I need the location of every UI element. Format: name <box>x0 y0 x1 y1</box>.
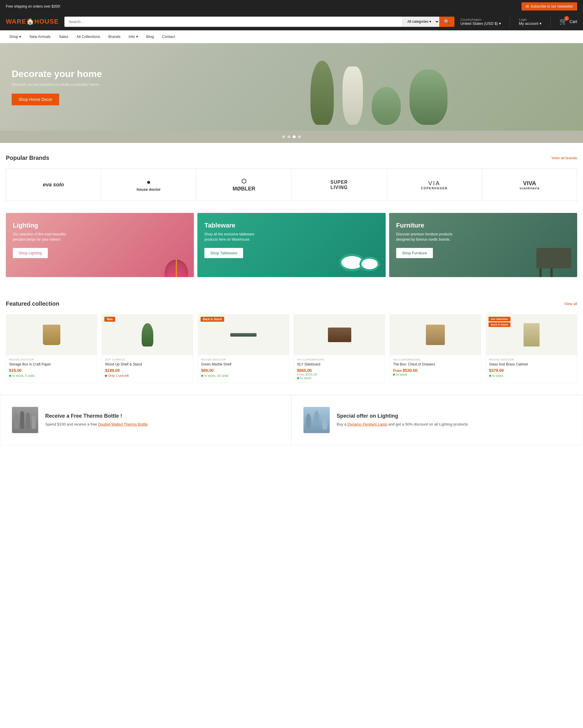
product-6-info: HOUSE DOCTOR Glass And Brass Cabinet $37… <box>486 355 577 380</box>
product-3-price: $89.00 <box>201 368 286 373</box>
nav-sales[interactable]: Sales <box>55 30 72 43</box>
main-nav: Shop▾ New Arrivals Sales All Collections… <box>0 30 583 43</box>
category-lighting-desc: Our selection of the most beautiful pend… <box>13 232 77 242</box>
product-2-brand: DOT AARHUS <box>105 358 190 361</box>
product-6-name: Glass And Brass Cabinet <box>489 362 574 366</box>
product-1-brand: HOUSE DOCTOR <box>9 358 94 361</box>
product-6-image: Our Selection Back in Stock <box>486 314 577 355</box>
search-button[interactable]: 🔍 <box>439 17 454 27</box>
promo-section: Receive a Free Thermo Bottle ! Spend $10… <box>0 395 583 445</box>
product-1-stock: In stock, 5 units <box>9 374 94 378</box>
product-2-badge: New <box>104 317 115 322</box>
furniture-decoration <box>536 248 571 277</box>
hero-cta-button[interactable]: Shop Home Decor <box>12 94 59 105</box>
product-1[interactable]: HOUSE DOCTOR Storage Box in Craft Paper … <box>6 314 97 383</box>
promo-left-content: Receive a Free Thermo Bottle ! Spend $10… <box>45 413 280 427</box>
product-3-info: HOUSE DOCTOR Green Marble Shelf $89.00 I… <box>198 355 289 380</box>
product-2-price: $189.00 <box>105 368 190 373</box>
product-4-shape <box>328 328 351 342</box>
account-value[interactable]: My account ▾ <box>519 21 541 26</box>
product-4-name: SLY Sideboard <box>297 362 382 366</box>
hero-dot-4[interactable] <box>298 135 301 138</box>
product-1-info: HOUSE DOCTOR Storage Box in Craft Paper … <box>6 355 97 380</box>
product-6-stock-text: In stock <box>492 374 503 378</box>
hero-banner: Decorate your home Discover our accessor… <box>0 43 583 131</box>
account-section[interactable]: Login My account ▾ <box>519 18 541 26</box>
hero-subtitle: Discover our accessories to create a bea… <box>12 82 102 87</box>
product-1-stock-text: In stock, 5 units <box>12 374 34 378</box>
account-chevron-icon: ▾ <box>539 21 542 26</box>
hero-tall-vase-shape <box>342 67 363 125</box>
brand-mobler[interactable]: ⬡ MØBLER <box>196 168 291 201</box>
subscribe-button[interactable]: ✉ Subscribe to our newsletter <box>522 2 577 10</box>
nav-contact[interactable]: Contact <box>159 30 179 43</box>
brand-via[interactable]: VIA COPENHAGEN <box>387 168 482 201</box>
product-4[interactable]: VIA COPENHAGEN SLY Sideboard $865.00 Fro… <box>294 314 385 383</box>
category-furniture-content: Furniture Discover premium furniture pro… <box>396 222 460 258</box>
stock-dot-5 <box>393 374 395 376</box>
products-grid: HOUSE DOCTOR Storage Box in Craft Paper … <box>6 314 577 383</box>
header-divider2 <box>550 16 551 27</box>
featured-section: Featured collection View all HOUSE DOCTO… <box>0 289 583 395</box>
search-bar: All categories ▾ 🔍 <box>64 17 454 27</box>
product-3[interactable]: Back in Stock HOUSE DOCTOR Green Marble … <box>198 314 289 383</box>
lamp-shapes <box>303 408 330 433</box>
category-select[interactable]: All categories ▾ <box>402 17 439 27</box>
brands-title: Popular Brands <box>6 155 49 161</box>
product-6-badges: Our Selection Back in Stock <box>489 317 510 327</box>
cart-button[interactable]: 🛒 1 Cart <box>559 18 577 25</box>
logo[interactable]: WARE🏠HOUSE <box>6 18 59 25</box>
category-lighting-content: Lighting Our selection of the most beaut… <box>13 222 77 258</box>
hero-dot-2[interactable] <box>287 135 290 138</box>
cart-label: Cart <box>570 19 577 24</box>
country-region[interactable]: Country/region United States (USD $) ▾ <box>460 18 501 26</box>
product-1-image <box>6 314 97 355</box>
promo-left-link[interactable]: Double-Walled Thermo Bottle <box>98 422 147 426</box>
brands-view-all[interactable]: View all brands <box>552 156 577 160</box>
promo-left-desc: Spend $100 and receive a free Double-Wal… <box>45 421 280 427</box>
nav-new-arrivals[interactable]: New Arrivals <box>26 30 54 43</box>
product-6-stock: In stock <box>489 374 574 378</box>
top-banner: Free shipping on orders over $200! ✉ Sub… <box>0 0 583 13</box>
nav-brands[interactable]: Brands <box>105 30 124 43</box>
product-4-stock-text: In stock <box>300 376 311 380</box>
product-6-badge-back: Back in Stock <box>489 322 510 327</box>
logo-text2: HOUSE <box>34 18 59 25</box>
category-furniture-title: Furniture <box>396 222 460 229</box>
stock-dot <box>9 375 11 377</box>
category-lighting-button[interactable]: Shop Lighting <box>13 248 48 258</box>
product-2[interactable]: New DOT AARHUS Wood Up Shelf & Stand $18… <box>102 314 193 383</box>
featured-view-all[interactable]: View all <box>564 302 577 306</box>
product-5[interactable]: VIA COPENHAGEN The Box: Chest of Drawers… <box>390 314 481 383</box>
search-input[interactable] <box>64 17 402 27</box>
category-tableware: Tableware Shop all the exclusive tablewa… <box>197 213 385 277</box>
country-value[interactable]: United States (USD $) ▾ <box>460 21 501 26</box>
logo-accent: 🏠 <box>26 18 34 25</box>
bottle-shapes <box>11 408 39 432</box>
promo-right-image <box>303 407 330 433</box>
lamp-2 <box>314 411 319 425</box>
nav-blog[interactable]: Blog <box>143 30 158 43</box>
category-cards: Lighting Our selection of the most beaut… <box>6 213 577 277</box>
category-furniture-button[interactable]: Shop Furniture <box>396 248 433 258</box>
brand-evasolo[interactable]: eva solo <box>6 168 101 201</box>
promo-right-link[interactable]: Dynamo Pendant Lamp <box>348 422 387 426</box>
brand-evasolo-logo: eva solo <box>43 182 64 188</box>
brand-housedoctor[interactable]: ● house doctor <box>102 168 196 201</box>
product-6[interactable]: Our Selection Back in Stock HOUSE DOCTOR… <box>486 314 577 383</box>
nav-shop[interactable]: Shop▾ <box>6 30 25 43</box>
category-tableware-button[interactable]: Shop Tableware <box>204 248 243 258</box>
nav-info[interactable]: Info ▾ <box>125 30 142 43</box>
tableware-decoration <box>339 254 380 271</box>
brand-viva[interactable]: VIVA scandinavia <box>482 168 577 201</box>
hero-dot-3[interactable] <box>293 135 296 138</box>
brands-grid: eva solo ● house doctor ⬡ MØBLER SUPERLI… <box>6 168 577 201</box>
brand-mobler-logo: ⬡ MØBLER <box>232 178 255 192</box>
featured-header: Featured collection View all <box>6 301 577 307</box>
product-4-info: VIA COPENHAGEN SLY Sideboard $865.00 Fro… <box>294 355 385 383</box>
hero-dot-1[interactable] <box>282 135 285 138</box>
nav-all-collections[interactable]: All Collections <box>73 30 104 43</box>
brand-superliving[interactable]: SUPERLIVING <box>292 168 387 201</box>
hero-small-vase-shape <box>372 87 401 125</box>
product-1-name: Storage Box in Craft Paper <box>9 362 94 366</box>
